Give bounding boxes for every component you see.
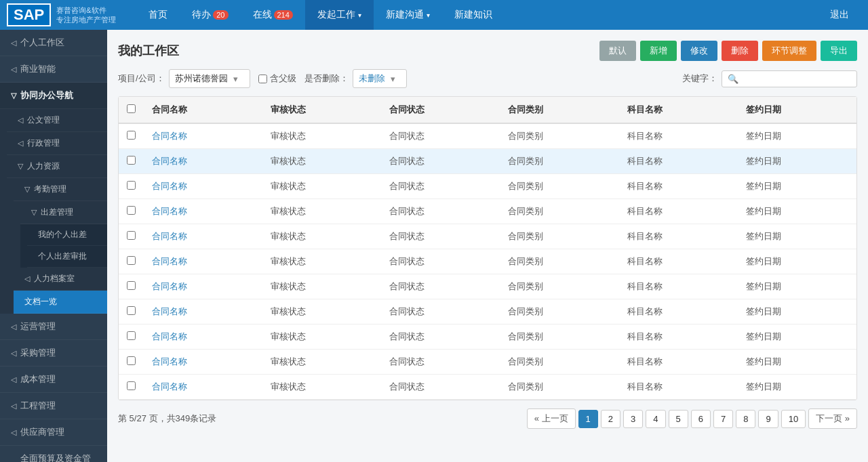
sidebar-item-personal[interactable]: ◁ 个人工作区 (0, 30, 107, 56)
row-checkbox-cell (119, 224, 144, 249)
prev-page-button[interactable]: « 上一页 (527, 408, 576, 429)
row-checkbox[interactable] (127, 131, 136, 140)
row-contract-name[interactable]: 合同名称 (144, 174, 262, 199)
parent-level-checkbox[interactable] (258, 75, 267, 83)
row-contract-name[interactable]: 合同名称 (144, 149, 262, 174)
row-sign-date: 签约日期 (738, 350, 856, 375)
row-checkbox[interactable] (127, 181, 136, 190)
row-sign-date: 签约日期 (738, 324, 856, 350)
row-checkbox[interactable] (127, 331, 136, 340)
main-content: 我的工作区 默认 新增 修改 删除 环节调整 导出 项目/公司： 苏州诺德誉园 … (107, 30, 868, 462)
row-contract-name[interactable]: 合同名称 (144, 299, 262, 324)
nav-initiate[interactable]: 发起工作 ▾ (305, 0, 374, 30)
sidebar-item-ops-mgmt[interactable]: ◁ 运营管理 (0, 314, 107, 340)
sidebar-item-bi[interactable]: ◁ 商业智能 (0, 56, 107, 83)
page-button-9[interactable]: 9 (758, 410, 778, 428)
row-checkbox[interactable] (127, 256, 136, 265)
sidebar-item-doc-mgmt[interactable]: ◁ 公文管理 (7, 109, 107, 132)
row-subject: 科目名称 (619, 149, 738, 174)
sidebar-item-supplier-mgmt[interactable]: ◁ 供应商管理 (0, 419, 107, 446)
row-checkbox[interactable] (127, 156, 136, 165)
sidebar-item-engineering-mgmt[interactable]: ◁ 工程管理 (0, 393, 107, 419)
sidebar-item-collab[interactable]: ▽ 协同办公导航 (0, 83, 107, 109)
row-contract-name[interactable]: 合同名称 (144, 375, 262, 400)
row-audit-status: 审核状态 (262, 149, 381, 174)
row-contract-status: 合同状态 (381, 149, 500, 174)
chevron-down-icon: ▽ (24, 185, 30, 194)
page-button-3[interactable]: 3 (623, 410, 643, 428)
add-button[interactable]: 新增 (640, 41, 677, 61)
row-contract-status: 合同状态 (381, 249, 500, 274)
sidebar-item-budget-mgmt[interactable]: ◁ 全面预算及资金管理 (0, 446, 107, 462)
nav-pending[interactable]: 待办 20 (180, 0, 240, 30)
logo-line2: 专注房地产产管理 (56, 15, 116, 24)
default-button[interactable]: 默认 (599, 41, 636, 61)
next-page-button[interactable]: 下一页 » (808, 408, 857, 429)
row-checkbox[interactable] (127, 281, 136, 290)
row-subject: 科目名称 (619, 324, 738, 350)
nav-new-comm[interactable]: 新建沟通 ▾ (374, 0, 442, 30)
sidebar-item-admin-mgmt[interactable]: ◁ 行政管理 (7, 132, 107, 155)
sidebar-item-hr[interactable]: ▽ 人力资源 (7, 155, 107, 178)
project-select[interactable]: 苏州诺德誉园 ▾ (169, 69, 250, 88)
row-contract-name[interactable]: 合同名称 (144, 324, 262, 350)
sidebar-item-attendance[interactable]: ▽ 考勤管理 (14, 178, 107, 201)
row-contract-name[interactable]: 合同名称 (144, 350, 262, 375)
page-button-8[interactable]: 8 (736, 410, 755, 428)
row-audit-status: 审核状态 (262, 123, 381, 149)
sidebar-item-travel-mgmt[interactable]: ▽ 出差管理 (20, 201, 107, 224)
sidebar-item-purchase-mgmt[interactable]: ◁ 采购管理 (0, 340, 107, 366)
deleted-select[interactable]: 未删除 ▾ (353, 69, 407, 88)
row-checkbox[interactable] (127, 356, 136, 365)
delete-button[interactable]: 删除 (722, 41, 758, 61)
row-contract-type: 合同类别 (500, 149, 618, 174)
toolbar: 默认 新增 修改 删除 环节调整 导出 (599, 41, 857, 61)
nav-new-knowledge[interactable]: 新建知识 (442, 0, 505, 30)
nav-home[interactable]: 首页 (136, 0, 180, 30)
table-row: 合同名称 审核状态 合同状态 合同类别 科目名称 签约日期 (119, 249, 856, 274)
sidebar-item-travel-approve[interactable]: 个人出差审批 (27, 246, 107, 268)
sidebar-item-cost-mgmt[interactable]: ◁ 成本管理 (0, 366, 107, 393)
search-input[interactable] (741, 74, 851, 84)
select-all-checkbox[interactable] (127, 104, 136, 113)
header: SAP 赛普咨询&软件 专注房地产产管理 首页 待办 20 在线 214 发起工… (0, 0, 868, 30)
env-adjust-button[interactable]: 环节调整 (762, 41, 816, 61)
row-contract-name[interactable]: 合同名称 (144, 249, 262, 274)
page-button-1[interactable]: 1 (578, 410, 598, 428)
sidebar-item-my-travel[interactable]: 我的个人出差 (27, 224, 107, 246)
sidebar-item-doc-list[interactable]: 文档一览 (14, 291, 107, 314)
page-button-5[interactable]: 5 (669, 410, 688, 428)
page-button-6[interactable]: 6 (691, 410, 711, 428)
edit-button[interactable]: 修改 (681, 41, 717, 61)
page-button-7[interactable]: 7 (713, 410, 733, 428)
row-checkbox[interactable] (127, 206, 136, 215)
row-checkbox[interactable] (127, 381, 136, 390)
table-row: 合同名称 审核状态 合同状态 合同类别 科目名称 签约日期 (119, 375, 856, 400)
row-contract-name[interactable]: 合同名称 (144, 123, 262, 149)
logout-button[interactable]: 退出 (818, 0, 861, 30)
data-table-container: 合同名称 审核状态 合同状态 合同类别 科目名称 签约日期 合同名称 审核状态 … (118, 96, 857, 400)
sidebar-item-hr-archive[interactable]: ◁ 人力档案室 (14, 268, 107, 291)
main-nav: 首页 待办 20 在线 214 发起工作 ▾ 新建沟通 ▾ 新建知识 (136, 0, 818, 30)
row-contract-name[interactable]: 合同名称 (144, 224, 262, 249)
row-contract-status: 合同状态 (381, 274, 500, 299)
row-contract-type: 合同类别 (500, 123, 618, 149)
project-select-arrow: ▾ (233, 74, 238, 84)
table-header: 合同名称 审核状态 合同状态 合同类别 科目名称 签约日期 (119, 97, 856, 123)
row-checkbox[interactable] (127, 231, 136, 240)
page-button-2[interactable]: 2 (601, 410, 620, 428)
row-contract-status: 合同状态 (381, 224, 500, 249)
table-row: 合同名称 审核状态 合同状态 合同类别 科目名称 签约日期 (119, 123, 856, 149)
row-checkbox[interactable] (127, 306, 136, 315)
nav-online[interactable]: 在线 214 (241, 0, 305, 30)
deleted-select-arrow: ▾ (391, 74, 395, 84)
page-button-10[interactable]: 10 (781, 410, 806, 428)
export-button[interactable]: 导出 (821, 41, 857, 61)
row-contract-name[interactable]: 合同名称 (144, 199, 262, 224)
row-subject: 科目名称 (619, 375, 738, 400)
deleted-filter-group: 是否删除： 未删除 ▾ (304, 69, 407, 88)
row-contract-type: 合同类别 (500, 249, 618, 274)
row-contract-name[interactable]: 合同名称 (144, 274, 262, 299)
sidebar-travel-sub: 我的个人出差 个人出差审批 (20, 224, 107, 268)
page-button-4[interactable]: 4 (646, 410, 665, 428)
